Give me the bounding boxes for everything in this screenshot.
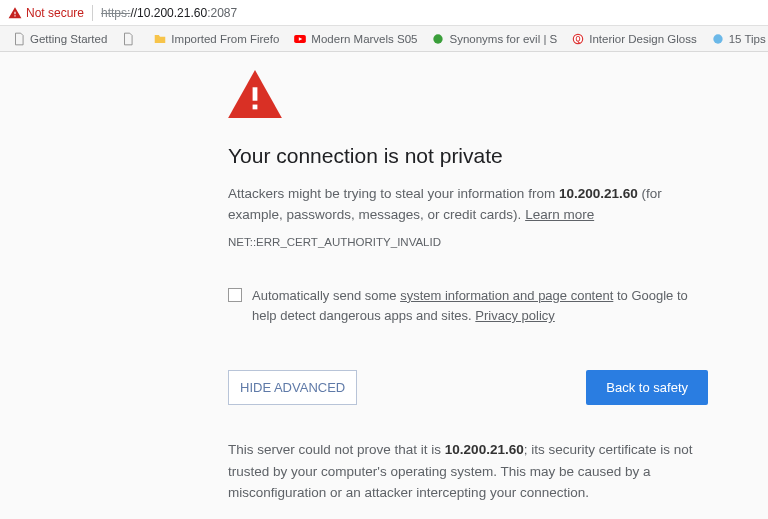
opt-in-row: Automatically send some system informati… [228,286,708,326]
svg-rect-6 [253,105,258,110]
security-label: Not secure [26,6,84,20]
bookmark-label: Imported From Firefo [171,33,279,45]
svg-point-4 [713,34,722,43]
advanced-explanation: This server could not prove that it is 1… [228,439,708,504]
system-info-link[interactable]: system information and page content [400,288,613,303]
url-scheme: https: [101,6,130,20]
button-row: HIDE ADVANCED Back to safety [228,370,708,405]
url-host: //10.200.21.60 [130,6,207,20]
svg-point-1 [434,34,443,43]
address-bar: Not secure https://10.200.21.60:2087 [0,0,768,26]
youtube-icon [293,32,307,46]
svg-rect-5 [253,87,258,100]
svg-text:Q: Q [576,35,581,43]
desc-host: 10.200.21.60 [559,186,638,201]
url-display[interactable]: https://10.200.21.60:2087 [101,6,237,20]
page-blank-icon [121,32,135,46]
adv-host: 10.200.21.60 [445,442,524,457]
divider [92,5,93,21]
bookmarks-bar: Getting Started Imported From Firefo Mod… [0,26,768,52]
error-code: NET::ERR_CERT_AUTHORITY_INVALID [228,236,738,248]
folder-icon [153,32,167,46]
blue-circle-icon [711,32,725,46]
opt-in-text: Automatically send some system informati… [252,286,708,326]
page-title: Your connection is not private [228,144,738,168]
warning-triangle-icon [8,6,22,20]
bookmark-label: 15 Tips to Set Up a T [729,33,768,45]
url-port: :2087 [207,6,237,20]
bookmark-label: Interior Design Gloss [589,33,696,45]
bookmark-label: Getting Started [30,33,107,45]
page-icon [12,32,26,46]
advanced-button[interactable]: HIDE ADVANCED [228,370,357,405]
opt-in-checkbox[interactable] [228,288,242,302]
warning-triangle-icon [228,70,738,122]
opt-pre: Automatically send some [252,288,400,303]
adv-pre: This server could not prove that it is [228,442,445,457]
description: Attackers might be trying to steal your … [228,184,708,226]
learn-more-link[interactable]: Learn more [525,207,594,222]
bookmark-label: Synonyms for evil | S [449,33,557,45]
security-indicator[interactable]: Not secure [8,6,84,20]
q-icon: Q [571,32,585,46]
bookmark-item[interactable]: Imported From Firefo [147,30,285,48]
bookmark-item[interactable]: Getting Started [6,30,113,48]
privacy-policy-link[interactable]: Privacy policy [475,308,554,323]
bookmark-item[interactable]: Modern Marvels S05 [287,30,423,48]
bookmark-label: Modern Marvels S05 [311,33,417,45]
bookmark-item[interactable]: 15 Tips to Set Up a T [705,30,768,48]
bookmark-item[interactable]: Synonyms for evil | S [425,30,563,48]
interstitial-content: Your connection is not private Attackers… [0,52,738,519]
green-dot-icon [431,32,445,46]
bookmark-item[interactable] [115,30,145,48]
desc-pre: Attackers might be trying to steal your … [228,186,559,201]
bookmark-item[interactable]: Q Interior Design Gloss [565,30,702,48]
back-to-safety-button[interactable]: Back to safety [586,370,708,405]
